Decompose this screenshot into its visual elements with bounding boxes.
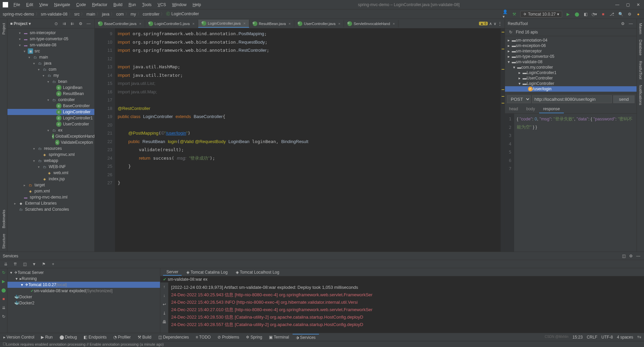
close-tab-icon[interactable]: × (338, 22, 340, 26)
close-tab-icon[interactable]: × (139, 22, 141, 26)
refresh-icon[interactable]: ↻ (508, 29, 514, 35)
wrap-icon[interactable]: ↩ (161, 301, 167, 307)
log-tab[interactable]: ◈ Tomcat Catalina Log (183, 269, 231, 275)
build-icon[interactable]: ⚒ (511, 11, 518, 17)
tree-item[interactable]: ▾🗀bean (7, 78, 94, 85)
menu-tools[interactable]: Tools (139, 1, 154, 8)
api-tree[interactable]: ▸▬ sm-annotation-04▸▬ sm-exception-06▸▬ … (505, 36, 637, 93)
debug-icon[interactable]: ⬤ (574, 11, 580, 17)
status-indicator[interactable]: UTF-8 (601, 335, 613, 340)
tree-item[interactable]: CGlobalExceptionHandler (7, 133, 94, 139)
maven-tool-tab[interactable]: Maven (638, 20, 643, 37)
project-tree[interactable]: ▾▬sm-interceptor▾▬sm-type-convertor-05▾▬… (7, 28, 94, 252)
log-tab[interactable]: ◈ Tomcat Localhost Log (232, 269, 283, 275)
user-icon[interactable]: 👤▾ (503, 11, 509, 17)
menu-refactor[interactable]: Refactor (89, 1, 110, 8)
status-tab-debug[interactable]: ⬤ Debug (56, 334, 80, 341)
tree-item[interactable]: ▾🗀my (7, 72, 94, 78)
response-json[interactable]: { "code": 0, "msg": "登录失败", "data": { "p… (514, 114, 637, 252)
status-tab-version-control[interactable]: ▸ Version Control (0, 334, 38, 341)
tree-item[interactable]: CUserController (7, 121, 94, 127)
status-tab-terminal[interactable]: ▣ Terminal (266, 334, 292, 341)
tree-item[interactable]: ▾▬sm-validate-08 (7, 42, 94, 48)
run-config-selector[interactable]: ✈ Tomcat 10.0.27 ▾ (520, 11, 562, 18)
expand-all-icon[interactable]: ⇊ (3, 261, 9, 267)
api-tree-item[interactable]: ▾▬ com.my.controller (505, 65, 637, 70)
service-tree-item[interactable]: 🐳 Docker2 (7, 300, 160, 306)
tree-item[interactable]: ▸◆External Libraries (7, 200, 94, 206)
editor-tab[interactable]: CBaseController.java× (95, 20, 145, 27)
menu-build[interactable]: Build (111, 1, 125, 8)
hide-icon[interactable]: — (86, 21, 92, 27)
api-tree-item[interactable]: ▾▬ sm-validate-08 (505, 59, 637, 65)
tree-item[interactable]: ▾🗀ex (7, 127, 94, 133)
tree-item[interactable]: ▾🗀com (7, 66, 94, 72)
breadcrumb-item[interactable]: spring-mvc-demo (3, 12, 34, 17)
http-method-select[interactable]: POST (507, 95, 531, 103)
service-tree-item[interactable]: ▾✈ Tomcat 10.0.27 [local] (7, 282, 160, 288)
api-tree-item[interactable]: ▸▬ sm-annotation-04 (505, 38, 637, 43)
api-tree-item[interactable]: ▸▬ UserController (505, 75, 637, 81)
profiler-icon[interactable]: ◔▾ (591, 11, 597, 17)
down-icon[interactable]: ↓ (161, 293, 167, 299)
close-tab-icon[interactable]: × (393, 22, 395, 26)
status-indicator[interactable]: CRLF (587, 335, 597, 340)
status-tab-services[interactable]: ⬗ Services (293, 334, 319, 341)
response-tab-body[interactable]: body (522, 105, 539, 113)
breadcrumb-item[interactable]: src (74, 12, 79, 17)
tree-item[interactable]: ▾🗀controller (7, 97, 94, 103)
menu-file[interactable]: File (11, 1, 23, 8)
run-icon[interactable]: ▶ (565, 11, 571, 17)
status-tab-build[interactable]: ⚒ Build (134, 334, 155, 341)
tree-item[interactable]: CBaseController (7, 103, 94, 109)
breadcrumb-item[interactable]: sm-validate-08 (41, 12, 68, 17)
breadcrumb-item[interactable]: main (86, 12, 95, 17)
menu-help[interactable]: Help (190, 1, 204, 8)
api-tree-item[interactable]: ▾▬ LoginController (505, 81, 637, 86)
inspection-down-icon[interactable]: ∨ (493, 21, 497, 26)
tree-item[interactable]: ▾🗀java (7, 60, 94, 66)
close-tab-icon[interactable]: × (289, 22, 291, 26)
group-icon[interactable]: ◫ (22, 261, 28, 267)
service-tree-item[interactable]: ▾▸ Running (7, 276, 160, 282)
hide-icon[interactable]: — (635, 253, 641, 259)
up-icon[interactable]: ↑ (161, 284, 167, 290)
tree-item[interactable]: ▾▣src (7, 48, 94, 54)
status-tab-problems[interactable]: ⊘ Problems (214, 334, 243, 341)
api-tree-item[interactable]: P /user/login (505, 86, 637, 92)
gear-icon[interactable]: ⚙ (628, 253, 634, 259)
inspection-badge[interactable]: ▲ 6 (479, 22, 488, 25)
tree-item[interactable]: ▾🗀main (7, 54, 94, 60)
tree-item[interactable]: ▾🗀webapp (7, 158, 94, 164)
breadcrumb-item[interactable]: com (116, 12, 124, 17)
code-editor[interactable]: 9101112131415161718192021222324252627 im… (95, 28, 505, 252)
deploy-icon[interactable]: ⇊ (1, 305, 7, 311)
rerun-icon[interactable]: ↻ (1, 270, 7, 276)
gear-icon[interactable]: ⚙ (77, 21, 84, 27)
tree-item[interactable]: ◈index.jsp (7, 176, 94, 182)
gear-icon[interactable]: ⚙ (620, 21, 626, 27)
menu-edit[interactable]: Edit (23, 1, 36, 8)
code-content[interactable]: import org.springframework.web.bind.anno… (115, 28, 501, 252)
breadcrumb-item[interactable]: java (102, 12, 109, 17)
editor-tab[interactable]: CResultBean.java× (249, 20, 295, 27)
maximize-icon[interactable]: ▢ (625, 2, 631, 7)
tree-item[interactable]: ▸🗀target (7, 182, 94, 188)
editor-more-icon[interactable]: ⋮ (498, 21, 502, 26)
editor-tab[interactable]: CLoginController1.java× (145, 20, 198, 27)
tree-item[interactable]: ◈pom.xml (7, 188, 94, 194)
menu-navigate[interactable]: Navigate (51, 1, 73, 8)
notifications-tab[interactable]: Notifications (638, 82, 643, 108)
coverage-icon[interactable]: ◧ (582, 11, 589, 17)
tree-item[interactable]: CLoginController (7, 109, 94, 115)
stop-icon[interactable]: ■ (600, 11, 606, 17)
log-tab[interactable]: Server (163, 269, 182, 276)
console-output[interactable]: [2022-12-24 03:40:19,973] Artifact sm-va… (168, 282, 644, 333)
tree-item[interactable]: ▾🗀WEB-INF (7, 164, 94, 170)
collapse-icon[interactable]: ⇇ (69, 21, 75, 27)
breadcrumb-item[interactable]: controller (143, 12, 159, 17)
status-indicator[interactable]: 15:23 (573, 335, 583, 340)
run-icon[interactable]: ▶ (1, 278, 7, 284)
database-tool-tab[interactable]: Database (638, 37, 643, 58)
debug-icon[interactable]: ⬤ (1, 287, 7, 293)
